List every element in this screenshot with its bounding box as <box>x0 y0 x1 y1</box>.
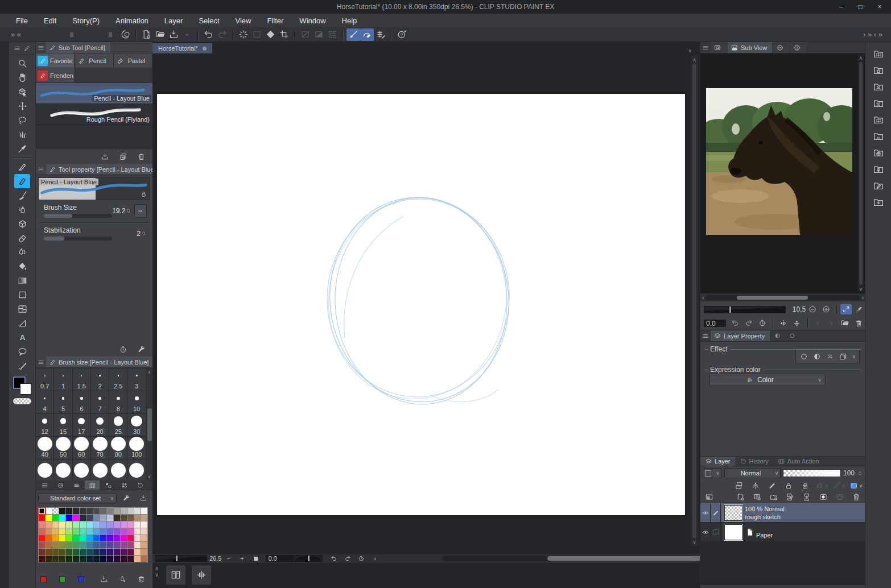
color-swatch[interactable] <box>121 542 127 548</box>
color-swatch[interactable] <box>46 528 52 535</box>
brush-size-4[interactable]: 4 <box>36 391 54 414</box>
brush-size-item[interactable] <box>54 459 72 481</box>
brush-size-60[interactable]: 60 <box>73 437 91 459</box>
sub-view-fit-button[interactable] <box>840 304 852 314</box>
history-color-swatch[interactable] <box>40 576 47 582</box>
color-swatch[interactable] <box>59 549 65 555</box>
color-swatch[interactable] <box>52 556 59 562</box>
color-swatch[interactable] <box>93 549 100 555</box>
menu-help[interactable]: Help <box>334 14 365 27</box>
deselect-button[interactable] <box>298 28 312 41</box>
brush-size-5[interactable]: 5 <box>54 391 72 414</box>
new-layer-folder-button[interactable] <box>767 492 781 502</box>
color-swatch[interactable] <box>73 549 79 555</box>
material-folder-create-button[interactable] <box>870 179 887 192</box>
color-swatch[interactable] <box>80 508 86 514</box>
tab-intermediate-color[interactable] <box>101 481 116 490</box>
collapse-left-arrows[interactable]: » « <box>8 30 24 39</box>
brush-size-1.5[interactable]: 1.5 <box>73 368 91 391</box>
color-swatch[interactable] <box>59 542 65 548</box>
param-spinner[interactable] <box>141 230 147 237</box>
redo-button[interactable] <box>215 28 229 41</box>
color-swatch[interactable] <box>80 515 86 521</box>
layer-property-tab[interactable]: Layer Property <box>711 330 770 341</box>
panel-grip-icon[interactable] <box>106 30 115 39</box>
material-folder-web-button[interactable] <box>870 146 887 159</box>
tool-layer-move[interactable] <box>14 99 30 113</box>
sub-view-rotation-box[interactable]: 0.0 <box>704 320 726 327</box>
lock-layer-button[interactable] <box>782 481 795 491</box>
tab-color-wheel[interactable] <box>53 481 68 490</box>
brush-size-17[interactable]: 17 <box>73 414 91 437</box>
color-swatch[interactable] <box>127 528 134 535</box>
color-swatch[interactable] <box>86 528 93 535</box>
fill-button[interactable] <box>263 28 277 41</box>
color-swatch[interactable] <box>46 535 52 541</box>
bottom-bar-collapse[interactable]: ∧∨ <box>155 565 159 578</box>
effect-chevron-icon[interactable]: ∨ <box>852 354 856 359</box>
brush-size-3[interactable]: 3 <box>127 368 146 391</box>
save-file-button[interactable] <box>167 28 180 41</box>
color-swatch[interactable] <box>100 528 106 535</box>
reference-layer-button[interactable]: ∨ <box>815 481 829 491</box>
brush-size-80[interactable]: 80 <box>109 437 127 459</box>
layer-row[interactable]: Paper <box>700 523 865 542</box>
sub-view-horizontal-scrollbar[interactable]: ‹ › <box>700 293 865 301</box>
color-swatch[interactable] <box>46 515 52 521</box>
tool-correct-line[interactable] <box>14 359 30 373</box>
color-swatch[interactable] <box>107 535 113 541</box>
tool-brush[interactable] <box>14 188 30 202</box>
color-swatch[interactable] <box>100 508 106 514</box>
color-swatch[interactable] <box>100 515 106 521</box>
snap-to-special-ruler-button[interactable] <box>360 28 374 41</box>
color-swatch[interactable] <box>107 508 113 514</box>
tab-layer-property-2[interactable] <box>770 332 785 341</box>
color-swatch[interactable] <box>59 556 65 562</box>
lock-transparent-pixels-button[interactable] <box>798 481 812 491</box>
color-swatch[interactable] <box>141 528 147 535</box>
color-swatch[interactable] <box>39 528 45 535</box>
color-swatch[interactable] <box>39 556 45 562</box>
color-swatch[interactable] <box>134 535 141 541</box>
create-layer-mask-button[interactable] <box>816 492 830 502</box>
tab-navigator[interactable] <box>711 42 727 53</box>
history-color-swatch[interactable] <box>78 576 84 582</box>
color-swatch[interactable] <box>52 521 59 528</box>
brush-size-item[interactable] <box>73 459 91 481</box>
color-swatch[interactable] <box>107 542 113 548</box>
color-swatch[interactable] <box>127 542 134 548</box>
draft-layer-button[interactable] <box>749 481 762 491</box>
color-swatch[interactable] <box>93 556 100 562</box>
color-swatch[interactable] <box>141 508 147 514</box>
snap-to-ruler-button[interactable] <box>346 28 360 41</box>
sub-view-flip-h-button[interactable] <box>777 317 790 329</box>
color-swatch[interactable] <box>121 556 127 562</box>
color-swatch[interactable] <box>46 521 52 528</box>
layer-property-menu-icon[interactable] <box>700 333 711 339</box>
color-swatch[interactable] <box>59 508 65 514</box>
color-swatch[interactable] <box>121 549 127 555</box>
color-swatch[interactable] <box>100 542 106 548</box>
transparent-color-swatch[interactable] <box>13 398 31 404</box>
color-swatch[interactable] <box>107 528 113 535</box>
color-swatch[interactable] <box>107 515 113 521</box>
brush-size-panel-tab[interactable]: Brush size [Pencil - Layout Blue] <box>46 357 152 367</box>
color-swatch[interactable] <box>39 521 45 528</box>
brush-size-menu-icon[interactable] <box>36 359 46 366</box>
sub-tool-item[interactable]: Rough Pencil (Flyland) <box>36 104 152 125</box>
canvas[interactable] <box>157 94 685 515</box>
color-swatch[interactable] <box>86 549 93 555</box>
import-color-set-button[interactable] <box>137 492 150 504</box>
color-swatch[interactable] <box>134 515 141 521</box>
material-folder-download-button[interactable] <box>870 195 887 209</box>
color-swatch[interactable] <box>86 508 93 514</box>
color-swatch[interactable] <box>66 508 72 514</box>
brush-size-item[interactable] <box>127 459 146 481</box>
color-swatch[interactable] <box>114 542 120 548</box>
sub-view-next-button[interactable]: › <box>824 317 838 329</box>
color-swatch[interactable] <box>59 535 65 541</box>
color-swatch[interactable] <box>52 508 59 514</box>
color-swatch[interactable] <box>100 521 106 528</box>
color-swatch[interactable] <box>66 535 72 541</box>
color-swatch[interactable] <box>127 515 134 521</box>
